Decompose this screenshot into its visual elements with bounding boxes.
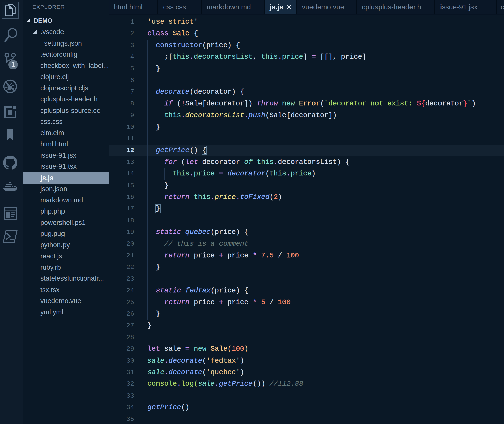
svg-text:1: 1 <box>11 61 15 68</box>
